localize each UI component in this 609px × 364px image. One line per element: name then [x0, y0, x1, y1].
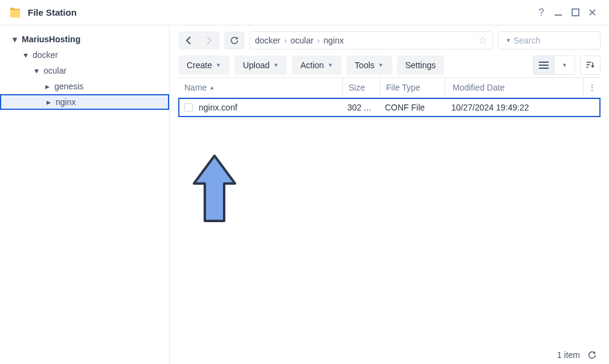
column-menu-button[interactable]: ⋮: [584, 83, 601, 92]
svg-rect-6: [587, 62, 591, 63]
minimize-button[interactable]: [550, 4, 567, 21]
tree-item-ocular[interactable]: ▾ ocular: [0, 63, 169, 78]
nav-back-forward: [178, 31, 219, 49]
tools-label: Tools: [355, 60, 375, 70]
chevron-right-icon: ›: [317, 36, 320, 45]
file-type: CONF File: [380, 103, 445, 112]
svg-rect-0: [555, 14, 562, 16]
col-header-type[interactable]: File Type: [380, 78, 445, 97]
tree-item-docker[interactable]: ▾ docker: [0, 47, 169, 63]
favorite-star-icon[interactable]: ☆: [478, 34, 488, 47]
main-panel: docker › ocular › nginx ☆ ▼ Create ▼ Upl…: [170, 25, 609, 364]
file-size: 302 ...: [343, 103, 380, 112]
sort-button[interactable]: [580, 56, 601, 75]
search-box[interactable]: ▼: [498, 31, 601, 49]
table-header: Name ▲ Size File Type Modified Date ⋮: [178, 77, 601, 98]
maximize-button[interactable]: [567, 4, 584, 21]
col-header-name[interactable]: Name ▲: [178, 78, 343, 97]
crumb-ocular[interactable]: ocular: [291, 36, 314, 45]
svg-rect-1: [572, 9, 578, 16]
file-date: 10/27/2024 19:49:22: [445, 103, 599, 112]
tree-item-label: docker: [33, 50, 58, 60]
annotation-arrow-icon: [190, 153, 239, 228]
caret-down-icon: ▼: [216, 62, 221, 68]
caret-right-icon: ▸: [45, 97, 52, 107]
nav-toolbar: docker › ocular › nginx ☆ ▼: [178, 31, 601, 49]
caret-down-icon: ▾: [11, 34, 18, 44]
tree-item-label: nginx: [56, 97, 76, 107]
item-count: 1 item: [557, 350, 580, 360]
close-button[interactable]: [584, 4, 601, 21]
file-name: nginx.conf: [199, 103, 237, 112]
settings-button[interactable]: Settings: [397, 56, 445, 75]
tree-item-genesis[interactable]: ▸ genesis: [0, 78, 169, 94]
refresh-button[interactable]: [224, 31, 245, 49]
refresh-bottom-button[interactable]: [587, 350, 597, 360]
chevron-right-icon: ›: [284, 36, 287, 45]
folder-tree: ▾ MariusHosting ▾ docker ▾ ocular ▸ gene…: [0, 25, 170, 364]
caret-down-icon: ▼: [327, 62, 333, 68]
action-label: Action: [300, 60, 324, 70]
crumb-nginx[interactable]: nginx: [324, 36, 344, 45]
caret-right-icon: ▸: [44, 81, 51, 91]
action-toolbar: Create ▼ Upload ▼ Action ▼ Tools ▼ Setti…: [178, 56, 601, 75]
tree-item-nginx[interactable]: ▸ nginx: [0, 94, 169, 110]
row-checkbox[interactable]: [184, 103, 193, 112]
tree-root-label: MariusHosting: [22, 34, 80, 44]
app-folder-icon: [8, 6, 22, 19]
tree-root[interactable]: ▾ MariusHosting: [0, 31, 169, 47]
nav-back-button[interactable]: [178, 31, 199, 49]
upload-label: Upload: [243, 60, 269, 70]
col-header-size[interactable]: Size: [343, 78, 380, 97]
view-mode-toggle: ▼: [533, 56, 575, 75]
caret-down-icon: ▼: [273, 62, 279, 68]
svg-rect-7: [587, 64, 590, 65]
file-row[interactable]: nginx.conf 302 ... CONF File 10/27/2024 …: [178, 98, 601, 117]
crumb-docker[interactable]: docker: [255, 36, 280, 45]
create-button[interactable]: Create ▼: [178, 56, 230, 75]
caret-down-icon: ▼: [378, 62, 384, 68]
search-input[interactable]: [514, 36, 609, 45]
col-header-date[interactable]: Modified Date: [445, 78, 584, 97]
caret-down-icon: ▾: [33, 66, 40, 75]
create-label: Create: [187, 60, 212, 70]
help-button[interactable]: ?: [533, 4, 550, 21]
col-name-label: Name: [184, 83, 207, 92]
chevron-down-icon[interactable]: ▼: [506, 37, 511, 43]
svg-rect-3: [539, 62, 549, 63]
file-area: [178, 117, 601, 346]
caret-down-icon: ▾: [22, 50, 29, 60]
status-bar: 1 item: [178, 346, 601, 364]
svg-rect-8: [587, 66, 588, 68]
tree-item-label: ocular: [44, 66, 66, 75]
tools-button[interactable]: Tools ▼: [346, 56, 392, 75]
settings-label: Settings: [405, 60, 436, 70]
app-title: File Station: [28, 7, 533, 18]
sort-asc-icon: ▲: [209, 85, 214, 91]
breadcrumb: docker › ocular › nginx ☆: [250, 31, 493, 49]
nav-forward-button[interactable]: [199, 31, 219, 49]
titlebar: File Station ?: [0, 0, 609, 25]
list-view-button[interactable]: [533, 56, 554, 74]
svg-rect-4: [539, 65, 549, 66]
caret-down-icon: ▼: [562, 62, 567, 68]
tree-item-label: genesis: [54, 81, 83, 91]
view-options-button[interactable]: ▼: [554, 56, 575, 74]
upload-button[interactable]: Upload ▼: [234, 56, 287, 75]
action-button[interactable]: Action ▼: [292, 56, 341, 75]
svg-rect-5: [539, 68, 549, 69]
